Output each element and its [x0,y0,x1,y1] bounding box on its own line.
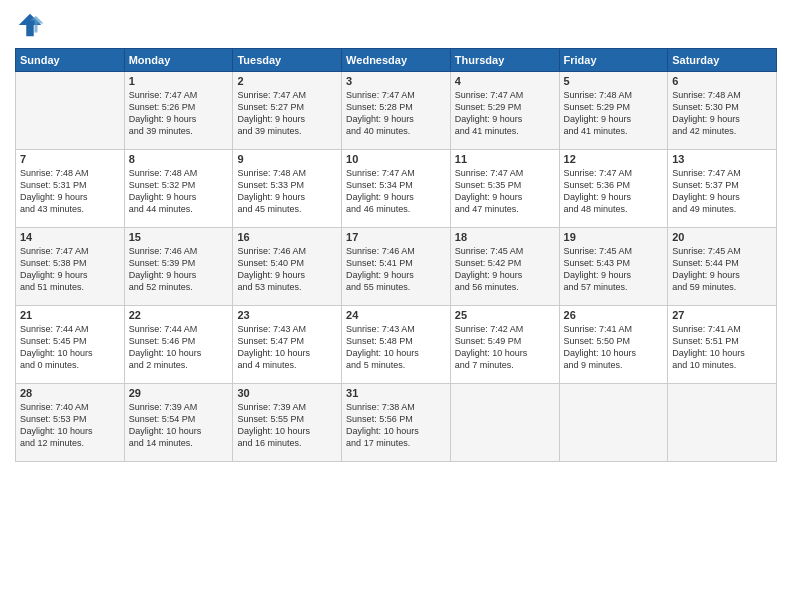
day-info: Sunrise: 7:47 AM Sunset: 5:38 PM Dayligh… [20,245,120,294]
day-info: Sunrise: 7:39 AM Sunset: 5:55 PM Dayligh… [237,401,337,450]
day-number: 11 [455,153,555,165]
calendar-cell [450,384,559,462]
day-info: Sunrise: 7:47 AM Sunset: 5:36 PM Dayligh… [564,167,664,216]
day-info: Sunrise: 7:40 AM Sunset: 5:53 PM Dayligh… [20,401,120,450]
day-number: 15 [129,231,229,243]
calendar-cell [668,384,777,462]
day-info: Sunrise: 7:47 AM Sunset: 5:26 PM Dayligh… [129,89,229,138]
calendar-cell: 31Sunrise: 7:38 AM Sunset: 5:56 PM Dayli… [342,384,451,462]
week-row-2: 7Sunrise: 7:48 AM Sunset: 5:31 PM Daylig… [16,150,777,228]
day-number: 19 [564,231,664,243]
day-number: 16 [237,231,337,243]
day-info: Sunrise: 7:46 AM Sunset: 5:40 PM Dayligh… [237,245,337,294]
day-number: 12 [564,153,664,165]
day-number: 6 [672,75,772,87]
day-info: Sunrise: 7:45 AM Sunset: 5:42 PM Dayligh… [455,245,555,294]
calendar-cell: 9Sunrise: 7:48 AM Sunset: 5:33 PM Daylig… [233,150,342,228]
calendar-cell: 1Sunrise: 7:47 AM Sunset: 5:26 PM Daylig… [124,72,233,150]
day-number: 21 [20,309,120,321]
day-info: Sunrise: 7:47 AM Sunset: 5:28 PM Dayligh… [346,89,446,138]
calendar-cell: 14Sunrise: 7:47 AM Sunset: 5:38 PM Dayli… [16,228,125,306]
day-number: 14 [20,231,120,243]
column-header-monday: Monday [124,49,233,72]
day-info: Sunrise: 7:46 AM Sunset: 5:39 PM Dayligh… [129,245,229,294]
calendar-cell: 16Sunrise: 7:46 AM Sunset: 5:40 PM Dayli… [233,228,342,306]
day-number: 23 [237,309,337,321]
calendar-cell: 17Sunrise: 7:46 AM Sunset: 5:41 PM Dayli… [342,228,451,306]
day-info: Sunrise: 7:46 AM Sunset: 5:41 PM Dayligh… [346,245,446,294]
header [15,10,777,40]
day-info: Sunrise: 7:48 AM Sunset: 5:33 PM Dayligh… [237,167,337,216]
calendar-cell: 19Sunrise: 7:45 AM Sunset: 5:43 PM Dayli… [559,228,668,306]
day-number: 24 [346,309,446,321]
day-number: 2 [237,75,337,87]
day-info: Sunrise: 7:42 AM Sunset: 5:49 PM Dayligh… [455,323,555,372]
day-info: Sunrise: 7:41 AM Sunset: 5:50 PM Dayligh… [564,323,664,372]
page: SundayMondayTuesdayWednesdayThursdayFrid… [0,0,792,612]
day-number: 4 [455,75,555,87]
day-number: 29 [129,387,229,399]
calendar-cell: 7Sunrise: 7:48 AM Sunset: 5:31 PM Daylig… [16,150,125,228]
calendar-cell: 23Sunrise: 7:43 AM Sunset: 5:47 PM Dayli… [233,306,342,384]
day-info: Sunrise: 7:48 AM Sunset: 5:32 PM Dayligh… [129,167,229,216]
calendar-cell: 29Sunrise: 7:39 AM Sunset: 5:54 PM Dayli… [124,384,233,462]
day-info: Sunrise: 7:47 AM Sunset: 5:34 PM Dayligh… [346,167,446,216]
day-info: Sunrise: 7:43 AM Sunset: 5:48 PM Dayligh… [346,323,446,372]
calendar-cell: 5Sunrise: 7:48 AM Sunset: 5:29 PM Daylig… [559,72,668,150]
calendar-cell: 15Sunrise: 7:46 AM Sunset: 5:39 PM Dayli… [124,228,233,306]
day-number: 1 [129,75,229,87]
day-info: Sunrise: 7:47 AM Sunset: 5:27 PM Dayligh… [237,89,337,138]
column-header-thursday: Thursday [450,49,559,72]
logo-icon [15,10,45,40]
day-info: Sunrise: 7:44 AM Sunset: 5:45 PM Dayligh… [20,323,120,372]
calendar-cell: 25Sunrise: 7:42 AM Sunset: 5:49 PM Dayli… [450,306,559,384]
calendar-cell: 28Sunrise: 7:40 AM Sunset: 5:53 PM Dayli… [16,384,125,462]
calendar-cell: 21Sunrise: 7:44 AM Sunset: 5:45 PM Dayli… [16,306,125,384]
day-number: 3 [346,75,446,87]
svg-marker-0 [19,14,42,37]
day-info: Sunrise: 7:38 AM Sunset: 5:56 PM Dayligh… [346,401,446,450]
day-number: 25 [455,309,555,321]
day-info: Sunrise: 7:48 AM Sunset: 5:29 PM Dayligh… [564,89,664,138]
day-number: 18 [455,231,555,243]
day-info: Sunrise: 7:44 AM Sunset: 5:46 PM Dayligh… [129,323,229,372]
calendar-cell: 26Sunrise: 7:41 AM Sunset: 5:50 PM Dayli… [559,306,668,384]
day-number: 20 [672,231,772,243]
day-number: 5 [564,75,664,87]
column-header-sunday: Sunday [16,49,125,72]
week-row-3: 14Sunrise: 7:47 AM Sunset: 5:38 PM Dayli… [16,228,777,306]
day-info: Sunrise: 7:47 AM Sunset: 5:37 PM Dayligh… [672,167,772,216]
calendar-cell: 18Sunrise: 7:45 AM Sunset: 5:42 PM Dayli… [450,228,559,306]
day-number: 28 [20,387,120,399]
day-number: 31 [346,387,446,399]
calendar-cell [16,72,125,150]
column-header-saturday: Saturday [668,49,777,72]
column-header-friday: Friday [559,49,668,72]
week-row-4: 21Sunrise: 7:44 AM Sunset: 5:45 PM Dayli… [16,306,777,384]
day-info: Sunrise: 7:45 AM Sunset: 5:43 PM Dayligh… [564,245,664,294]
day-number: 22 [129,309,229,321]
day-number: 13 [672,153,772,165]
logo [15,10,49,40]
week-row-1: 1Sunrise: 7:47 AM Sunset: 5:26 PM Daylig… [16,72,777,150]
day-number: 8 [129,153,229,165]
week-row-5: 28Sunrise: 7:40 AM Sunset: 5:53 PM Dayli… [16,384,777,462]
day-info: Sunrise: 7:41 AM Sunset: 5:51 PM Dayligh… [672,323,772,372]
calendar-cell: 11Sunrise: 7:47 AM Sunset: 5:35 PM Dayli… [450,150,559,228]
calendar-cell: 8Sunrise: 7:48 AM Sunset: 5:32 PM Daylig… [124,150,233,228]
column-header-wednesday: Wednesday [342,49,451,72]
day-info: Sunrise: 7:48 AM Sunset: 5:30 PM Dayligh… [672,89,772,138]
calendar-cell: 27Sunrise: 7:41 AM Sunset: 5:51 PM Dayli… [668,306,777,384]
day-info: Sunrise: 7:47 AM Sunset: 5:35 PM Dayligh… [455,167,555,216]
day-number: 26 [564,309,664,321]
day-info: Sunrise: 7:48 AM Sunset: 5:31 PM Dayligh… [20,167,120,216]
calendar-cell: 20Sunrise: 7:45 AM Sunset: 5:44 PM Dayli… [668,228,777,306]
day-number: 9 [237,153,337,165]
column-header-tuesday: Tuesday [233,49,342,72]
day-info: Sunrise: 7:47 AM Sunset: 5:29 PM Dayligh… [455,89,555,138]
calendar-cell: 3Sunrise: 7:47 AM Sunset: 5:28 PM Daylig… [342,72,451,150]
calendar-cell: 13Sunrise: 7:47 AM Sunset: 5:37 PM Dayli… [668,150,777,228]
calendar-cell: 24Sunrise: 7:43 AM Sunset: 5:48 PM Dayli… [342,306,451,384]
day-info: Sunrise: 7:43 AM Sunset: 5:47 PM Dayligh… [237,323,337,372]
calendar-cell: 22Sunrise: 7:44 AM Sunset: 5:46 PM Dayli… [124,306,233,384]
